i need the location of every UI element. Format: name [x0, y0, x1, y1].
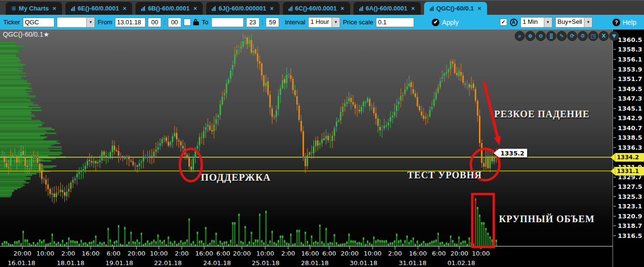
price-axis-label: 1338.5 — [613, 134, 642, 141]
to-minute-input[interactable] — [266, 18, 279, 27]
time-separator: : — [262, 19, 264, 26]
price-axis-label: 1353.9 — [613, 66, 642, 73]
date-axis-label: 16.01.18 — [8, 259, 35, 267]
expand-icon[interactable]: ◳ — [588, 31, 598, 41]
chart-plot[interactable] — [0, 30, 644, 267]
tab-label: My Charts — [19, 5, 49, 12]
to-date-input[interactable] — [211, 18, 244, 27]
from-minute-input[interactable] — [168, 18, 181, 27]
autoscroll-checkbox[interactable]: ✓ — [500, 19, 507, 26]
ticker-input[interactable] — [23, 18, 54, 27]
tab-label: QGC()-60/0.1 — [436, 5, 474, 12]
auto-icon[interactable]: A — [510, 19, 518, 26]
tab-close-icon[interactable]: × — [478, 5, 481, 12]
chart-toolbar: Ticker ▼ From : To : Interval 1 Hour ▼ P… — [0, 15, 644, 30]
arrow-left-icon — [611, 167, 615, 175]
chart-icon — [430, 6, 434, 11]
time-axis-label: 6:00 — [216, 250, 230, 257]
chevron-down-icon[interactable]: ▼ — [332, 18, 340, 27]
grid-icon[interactable]: ⣿ — [546, 31, 556, 41]
draw-icon[interactable]: ✎ — [557, 31, 567, 41]
time-axis-label: 2:00 — [281, 250, 295, 257]
time-axis-label: 2:00 — [388, 250, 402, 257]
date-axis-label: 19.01.18 — [105, 259, 133, 267]
tab-6j-60-0-000001[interactable]: 6J()-60/0.000001× — [206, 2, 279, 15]
symbol-select[interactable]: ▼ — [57, 17, 95, 28]
tab-close-icon[interactable]: × — [123, 5, 127, 12]
date-axis-label: 31.01.18 — [399, 259, 426, 267]
chevron-down-icon[interactable]: ▼ — [86, 18, 94, 27]
arrow-left-icon — [494, 149, 499, 157]
price-scale-input[interactable] — [376, 18, 414, 27]
time-axis-label: 10:00 — [36, 250, 54, 257]
price-axis-label: 1323.1 — [613, 203, 642, 210]
zoom-in-icon[interactable]: ⊕ — [525, 31, 535, 41]
tab-6c-60-0-0001[interactable]: 6C()-60/0.0001× — [283, 2, 350, 15]
price-scale-label: Price scale — [343, 19, 374, 26]
lock-icon[interactable] — [193, 19, 199, 26]
time-axis-label: 6:00 — [106, 250, 120, 257]
help-button[interactable]: ? Help — [613, 19, 636, 26]
apply-button[interactable]: ✔ Apply — [432, 19, 458, 26]
price-axis[interactable]: 1360.51358.31356.11353.91351.71349.51347… — [613, 30, 644, 267]
price-axis-label: 1351.7 — [613, 75, 642, 82]
interval-label: Interval — [284, 19, 306, 26]
chart-icon — [359, 6, 363, 11]
link-checkbox[interactable] — [184, 19, 191, 26]
tab-6e-60-0-0001[interactable]: 6E()-60/0.0001× — [65, 2, 132, 15]
chevron-down-icon[interactable]: ▼ — [584, 18, 592, 27]
trade-mode-select[interactable]: Buy+Sell ▼ — [555, 17, 593, 28]
tab-close-icon[interactable]: × — [341, 5, 344, 12]
annotation-big-volume-label: КРУПНЫЙ ОБЪЕМ — [499, 214, 595, 225]
annotation-level-test-label: ТЕСТ УРОВНЯ — [407, 170, 482, 181]
price-axis-label: 1316.5 — [613, 232, 642, 239]
price-axis-label: 1349.5 — [613, 85, 642, 92]
interval-select[interactable]: 1 Hour ▼ — [308, 17, 340, 28]
refresh-icon[interactable]: ⟳ — [567, 31, 577, 41]
tab-label: 6C()-60/0.0001 — [295, 5, 337, 12]
cursor-zoom-icon[interactable]: ⌕ — [515, 31, 525, 41]
chart-icon — [212, 6, 216, 11]
time-axis-label: 10:00 — [472, 250, 489, 257]
tab-qgc-60-0-1[interactable]: QGC()-60/0.1× — [424, 2, 487, 15]
chevron-down-icon[interactable]: ▼ — [544, 18, 552, 27]
trading-app: ≡My Charts×6E()-60/0.0001×6B()-60/0.0001… — [0, 0, 644, 267]
apply-label: Apply — [442, 19, 458, 26]
tab-close-icon[interactable]: × — [411, 5, 415, 12]
from-date-input[interactable] — [115, 18, 145, 27]
price-axis-label: 1325.3 — [613, 193, 642, 200]
annotation-sharp-fall-label: РЕЗКОЕ ПАДЕНИЕ — [494, 109, 590, 120]
tab-bar: ≡My Charts×6E()-60/0.0001×6B()-60/0.0001… — [0, 0, 644, 15]
tab-close-icon[interactable]: × — [52, 5, 56, 12]
tab-label: 6B()-60/0.0001 — [148, 5, 189, 12]
date-axis-label: 28.01.18 — [301, 259, 329, 267]
time-axis-label: 20:00 — [341, 250, 358, 257]
annotation-shapes — [180, 82, 501, 247]
support-lines — [0, 157, 613, 171]
tab-close-icon[interactable]: × — [194, 5, 197, 12]
question-circle-icon: ? — [613, 19, 620, 26]
from-hour-input[interactable] — [148, 18, 161, 27]
to-label: To — [201, 19, 209, 26]
collapse-caret-icon[interactable]: ▼ — [609, 31, 619, 41]
tab-6b-60-0-0001[interactable]: 6B()-60/0.0001× — [135, 2, 203, 15]
date-axis-label: 01.02.18 — [447, 259, 475, 267]
time-axis-label: 20:00 — [233, 250, 250, 257]
chart-icon — [289, 6, 292, 11]
refresh-interval-select[interactable]: 1 Min ▼ — [520, 17, 552, 28]
zoom-out-icon[interactable]: ⊖ — [536, 31, 546, 41]
last-price-value: 1335.2 — [499, 149, 527, 157]
tab-close-icon[interactable]: × — [270, 5, 274, 12]
time-axis-label: 2:00 — [175, 250, 188, 257]
time-axis-label: 16:00 — [301, 250, 319, 257]
settings-icon[interactable]: ⚙ — [578, 31, 588, 41]
time-axis-label: 10:00 — [256, 250, 274, 257]
close-icon[interactable]: X — [599, 31, 609, 41]
chart-icon — [71, 6, 75, 11]
tab-label: 6E()-60/0.0001 — [78, 5, 119, 12]
tab-6a-60-0-0001[interactable]: 6A()-60/0.0001× — [353, 2, 421, 15]
tab-my-charts[interactable]: ≡My Charts× — [6, 2, 62, 15]
sharp-fall-arrow-head — [494, 136, 501, 145]
time-axis-label: 16:00 — [195, 250, 213, 257]
to-hour-input[interactable] — [246, 18, 260, 27]
